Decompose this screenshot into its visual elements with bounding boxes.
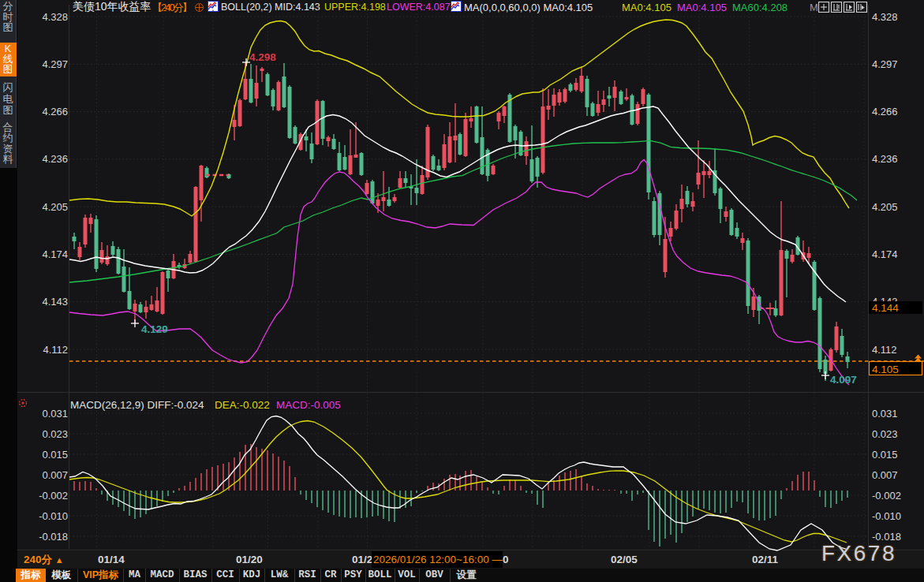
svg-text:4.205: 4.205 [872, 201, 898, 213]
svg-text:MACD(26,12,9) DIFF:-0.024: MACD(26,12,9) DIFF:-0.024 [70, 399, 204, 411]
svg-text:MACD:-0.005: MACD:-0.005 [276, 399, 341, 411]
svg-text:0.015: 0.015 [42, 449, 68, 461]
svg-text:4.174: 4.174 [872, 248, 898, 260]
svg-text:4.328: 4.328 [42, 11, 68, 23]
svg-text:-0.010: -0.010 [872, 510, 901, 522]
svg-text:0.023: 0.023 [42, 428, 68, 440]
svg-text:0.031: 0.031 [42, 408, 68, 420]
svg-text:0.007: 0.007 [872, 469, 898, 481]
svg-text:4.112: 4.112 [43, 344, 68, 356]
svg-text:DEA:-0.022: DEA:-0.022 [215, 399, 270, 411]
svg-text:4.144: 4.144 [872, 302, 899, 314]
svg-text:4.297: 4.297 [872, 58, 898, 70]
svg-text:0.015: 0.015 [872, 449, 898, 461]
svg-text:4.174: 4.174 [42, 248, 68, 260]
svg-text:4.205: 4.205 [42, 201, 68, 213]
svg-text:4.328: 4.328 [872, 11, 898, 23]
svg-text:4.143: 4.143 [42, 296, 68, 308]
svg-text:-0.010: -0.010 [39, 510, 68, 522]
svg-text:-0.002: -0.002 [39, 490, 68, 502]
svg-text:4.236: 4.236 [872, 153, 898, 165]
svg-text:-0.018: -0.018 [39, 531, 68, 543]
svg-text:-0.002: -0.002 [872, 490, 901, 502]
svg-text:0.031: 0.031 [872, 408, 898, 420]
svg-text:0.023: 0.023 [872, 428, 898, 440]
svg-text:4.097: 4.097 [830, 374, 857, 386]
svg-text:4.105: 4.105 [872, 364, 899, 375]
svg-text:4.266: 4.266 [872, 106, 898, 118]
svg-text:4.266: 4.266 [42, 106, 68, 118]
svg-text:4.129: 4.129 [141, 323, 168, 335]
svg-text:4.298: 4.298 [249, 51, 276, 63]
svg-text:4.236: 4.236 [42, 153, 68, 165]
svg-text:4.112: 4.112 [872, 344, 897, 356]
svg-text:4.297: 4.297 [42, 58, 68, 70]
svg-text:0.007: 0.007 [42, 469, 68, 481]
